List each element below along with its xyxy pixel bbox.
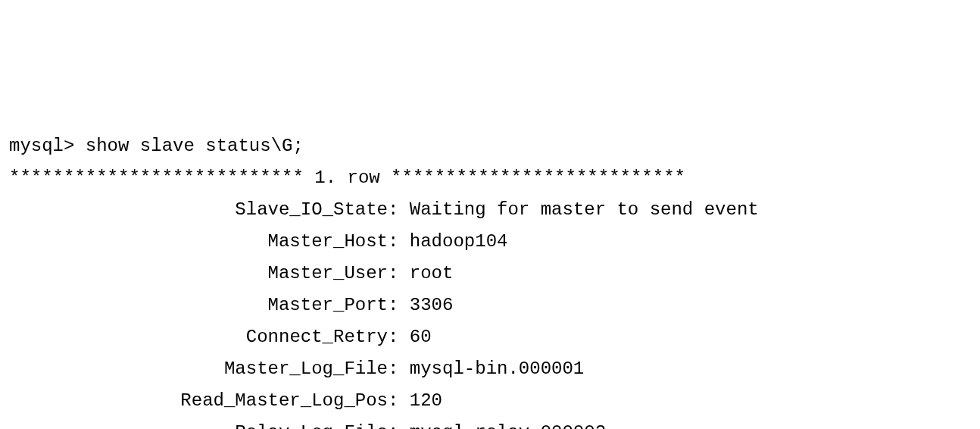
field-label: Slave_IO_State: [9, 194, 388, 226]
status-field-relay-log-file: Relay_Log_File: mysql-relay.000002: [9, 417, 971, 429]
field-label: Relay_Log_File: [9, 417, 388, 429]
field-value: 3306: [410, 295, 454, 315]
field-label: Master_Port: [9, 290, 388, 321]
terminal-output: mysql> show slave status\G;*************…: [9, 130, 971, 429]
colon-separator: :: [388, 199, 410, 220]
status-field-slave-io-state: Slave_IO_State: Waiting for master to se…: [9, 194, 971, 226]
field-label: Master_User: [9, 258, 388, 290]
colon-separator: :: [388, 390, 410, 411]
status-field-connect-retry: Connect_Retry: 60: [9, 321, 971, 353]
colon-separator: :: [388, 263, 410, 283]
status-field-master-host: Master_Host: hadoop104: [9, 226, 971, 258]
colon-separator: :: [388, 359, 410, 379]
field-value: mysql-relay.000002: [410, 422, 606, 429]
field-value: 60: [410, 327, 432, 347]
field-label: Master_Log_File: [9, 353, 388, 385]
field-value: 120: [410, 390, 442, 411]
colon-separator: :: [388, 231, 410, 252]
row-separator: *************************** 1. row *****…: [9, 162, 971, 194]
field-label: Connect_Retry: [9, 321, 388, 353]
status-field-master-log-file: Master_Log_File: mysql-bin.000001: [9, 353, 971, 385]
colon-separator: :: [388, 295, 410, 315]
field-label: Read_Master_Log_Pos: [9, 385, 388, 417]
field-value: hadoop104: [410, 231, 508, 252]
field-value: Waiting for master to send event: [410, 199, 759, 220]
colon-separator: :: [388, 327, 410, 347]
status-field-read-master-log-pos: Read_Master_Log_Pos: 120: [9, 385, 971, 417]
field-value: mysql-bin.000001: [410, 359, 584, 379]
status-field-master-user: Master_User: root: [9, 258, 971, 290]
field-label: Master_Host: [9, 226, 388, 258]
status-field-master-port: Master_Port: 3306: [9, 290, 971, 321]
mysql-prompt-line: mysql> show slave status\G;: [9, 130, 971, 162]
field-value: root: [410, 263, 454, 283]
colon-separator: :: [388, 422, 410, 429]
